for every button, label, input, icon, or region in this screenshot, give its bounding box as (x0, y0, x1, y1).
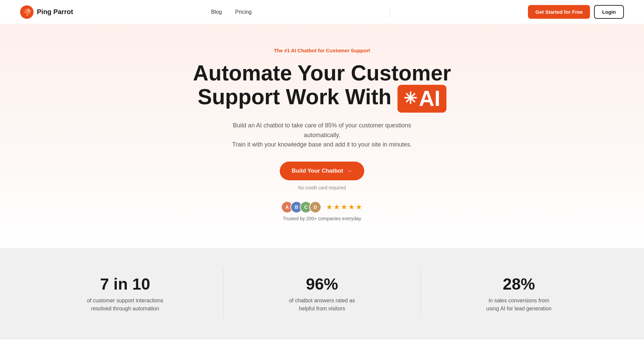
svg-point-3 (29, 10, 30, 11)
avatar-4: D (309, 201, 321, 213)
subtext-line1: Build an AI chatbot to take care of 85% … (233, 122, 411, 138)
headline-line1: Automate Your Customer (193, 61, 451, 85)
arrow-icon: → (346, 168, 352, 174)
stat-desc-3: in sales conversions fromusing AI for le… (434, 297, 604, 313)
build-chatbot-button[interactable]: Build Your Chatbot → (280, 162, 364, 180)
no-card-text: No credit card required (7, 185, 637, 190)
svg-point-4 (30, 10, 30, 10)
subtext-line2: Train it with your knowledge base and ad… (232, 141, 412, 148)
ai-badge-icon: ✳ (404, 90, 417, 108)
imagine-section: Imagine a support agent that's always on… (0, 340, 644, 362)
blog-link[interactable]: Blog (211, 9, 222, 15)
login-button[interactable]: Login (594, 5, 624, 19)
pricing-link[interactable]: Pricing (235, 9, 252, 15)
stat-number-1: 7 in 10 (40, 275, 210, 293)
logo[interactable]: Ping Parrot (20, 5, 73, 19)
navbar: Ping Parrot Blog Pricing Get Started for… (0, 0, 644, 24)
headline-line2: Support Work With (198, 85, 391, 109)
stat-desc-2: of chatbot answers rated ashelpful from … (237, 297, 407, 313)
ai-label: AI (419, 87, 440, 110)
stat-item-3: 28% in sales conversions fromusing AI fo… (421, 268, 617, 319)
nav-divider (390, 7, 390, 17)
stat-item-2: 96% of chatbot answers rated ashelpful f… (224, 268, 421, 319)
trust-col: ★★★★★ (326, 203, 363, 212)
trust-row: A B C D ★★★★★ (7, 201, 637, 213)
get-started-button[interactable]: Get Started for Free (528, 5, 590, 19)
hero-headline: Automate Your Customer Support Work With… (178, 61, 466, 113)
trust-label: Trusted by 200+ companies everyday (7, 216, 637, 221)
stat-item-1: 7 in 10 of customer support interactions… (27, 268, 224, 319)
nav-links: Blog Pricing (211, 9, 252, 15)
ai-badge: ✳ AI (397, 85, 446, 112)
stat-desc-1: of customer support interactionsresolved… (40, 297, 210, 313)
logo-icon (20, 5, 34, 19)
stat-number-2: 96% (237, 275, 407, 293)
hero-tagline: The #1 AI Chatbot for Customer Support (7, 48, 637, 53)
star-rating: ★★★★★ (326, 203, 363, 212)
stat-number-3: 28% (434, 275, 604, 293)
hero-section: The #1 AI Chatbot for Customer Support A… (0, 24, 644, 248)
nav-cta: Get Started for Free Login (528, 5, 624, 19)
avatar-stack: A B C D (281, 201, 321, 213)
stats-section: 7 in 10 of customer support interactions… (0, 248, 644, 340)
hero-subtext: Build an AI chatbot to take care of 85% … (228, 121, 416, 149)
svg-point-6 (23, 13, 27, 16)
build-chatbot-label: Build Your Chatbot (292, 168, 343, 174)
logo-text: Ping Parrot (37, 8, 73, 16)
